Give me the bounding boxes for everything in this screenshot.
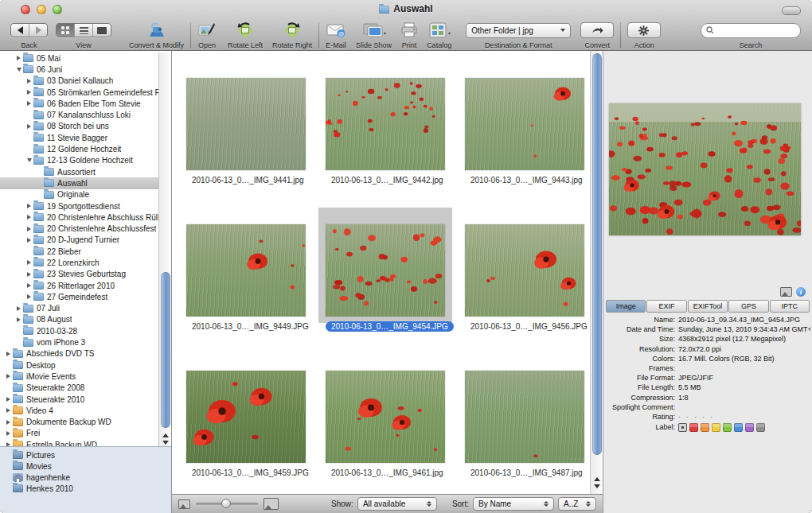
thumbnail-cell[interactable]: 2010-06-13_0…_IMG_9459.JPG xyxy=(186,371,306,495)
tree-item[interactable]: Desktop xyxy=(0,359,159,371)
tree-item[interactable]: iMovie Events xyxy=(0,371,159,382)
label-swatch[interactable] xyxy=(712,423,720,432)
toolbar-toggle-pill[interactable] xyxy=(782,6,801,15)
tree-item[interactable]: 22 Bieber xyxy=(0,246,159,257)
disclosure-closed-icon[interactable] xyxy=(25,238,33,243)
thumbnail-image[interactable] xyxy=(465,224,584,317)
tree-item[interactable]: Originale xyxy=(0,189,159,200)
thumbnail-filename[interactable]: 2010-06-13_0…_IMG_9449.JPG xyxy=(186,321,314,332)
tree-item[interactable]: 12-13 Goldene Hochzeit xyxy=(0,155,159,166)
disclosure-closed-icon[interactable] xyxy=(25,215,33,220)
email-item[interactable]: @ E-Mail xyxy=(326,21,346,49)
view-thumbnails-button[interactable] xyxy=(57,24,75,37)
rating-dots[interactable]: ····· xyxy=(678,412,810,422)
thumbnail-filename[interactable]: 2010-06-13_0…_IMG_9454.JPG xyxy=(326,321,454,332)
thumbnail-image[interactable] xyxy=(186,371,306,463)
tab-image[interactable]: Image xyxy=(606,300,646,313)
disclosure-closed-icon[interactable] xyxy=(4,408,13,413)
disclosure-closed-icon[interactable] xyxy=(14,306,23,311)
thumbnail-cell[interactable]: 2010-06-13_0…_IMG_9442.jpg xyxy=(326,78,445,224)
tree-item[interactable]: 05 Strömkarlen Gemeindefest Röderau xyxy=(0,87,159,98)
tab-exiftool[interactable]: EXIFTool xyxy=(688,300,728,313)
scroll-up-arrow[interactable] xyxy=(162,433,169,437)
zoom-in-thumbnail-icon[interactable] xyxy=(264,498,279,510)
thumbnail-filename[interactable]: 2010-06-13_0…_IMG_9487.jpg xyxy=(465,468,588,478)
search-field[interactable] xyxy=(701,23,801,38)
thumbnail-cell[interactable]: 2010-06-13_0…_IMG_9441.jpg xyxy=(186,78,306,224)
convert-modify-item[interactable]: Convert & Modify xyxy=(129,21,184,49)
disclosure-closed-icon[interactable] xyxy=(4,397,13,402)
tree-item[interactable]: 08 August xyxy=(0,314,159,325)
sort-order-popup[interactable]: A..Z xyxy=(558,497,596,511)
thumbnail-image[interactable] xyxy=(465,78,584,170)
tree-item[interactable]: Auswahl xyxy=(0,177,159,188)
tree-item[interactable]: 06 Baden Elbe Tom Stevie xyxy=(0,98,159,109)
tree-item[interactable]: Pictures xyxy=(0,449,171,461)
print-item[interactable]: Print xyxy=(400,21,419,49)
sort-popup[interactable]: By Name xyxy=(473,497,554,511)
thumbnail-cell[interactable]: 2010-06-13_0…_IMG_9454.JPG xyxy=(326,224,445,371)
thumbnail-filename[interactable]: 2010-06-13_0…_IMG_9459.JPG xyxy=(186,468,314,478)
disclosure-open-icon[interactable] xyxy=(25,158,33,162)
view-preview-button[interactable] xyxy=(93,24,111,37)
tab-iptc[interactable]: IPTC xyxy=(770,300,810,313)
tree-item[interactable]: 11 Stevie Bagger xyxy=(0,132,159,143)
tree-item[interactable]: 07 Kanalanschluss Loki xyxy=(0,109,159,120)
tree-item[interactable]: Video 4 xyxy=(0,405,159,416)
thumbnail-filename[interactable]: 2010-06-13_0…_IMG_9441.jpg xyxy=(186,175,310,185)
thumbnail-filename[interactable]: 2010-06-13_0…_IMG_9461.jpg xyxy=(326,468,449,478)
forward-button[interactable] xyxy=(29,24,47,37)
disclosure-closed-icon[interactable] xyxy=(4,374,13,379)
thumbnail-image[interactable] xyxy=(186,224,306,317)
view-list-button[interactable] xyxy=(75,24,93,37)
scroll-up-arrow[interactable] xyxy=(594,477,600,481)
tree-item[interactable]: Henkes 2010 xyxy=(0,483,171,494)
label-swatch[interactable] xyxy=(723,423,732,432)
disclosure-closed-icon[interactable] xyxy=(25,90,33,95)
thumbnail-image[interactable] xyxy=(326,371,445,463)
label-swatch[interactable] xyxy=(756,423,765,432)
disclosure-closed-icon[interactable] xyxy=(25,204,33,208)
tree-item[interactable]: Steuerakte 2010 xyxy=(0,394,159,405)
slideshow-item[interactable]: Slide Show xyxy=(356,21,392,49)
tab-gps[interactable]: GPS xyxy=(728,300,768,313)
disclosure-closed-icon[interactable] xyxy=(25,101,33,106)
tree-item[interactable]: 26 Ritterlager 2010 xyxy=(0,280,159,291)
slider-knob[interactable] xyxy=(221,499,231,508)
titlebar[interactable]: Auswahl xyxy=(0,0,812,19)
label-swatch[interactable] xyxy=(701,423,709,432)
thumbnail-cell[interactable]: 2010-06-13_0…_IMG_9487.jpg xyxy=(465,371,584,495)
disclosure-closed-icon[interactable] xyxy=(14,56,23,60)
disclosure-closed-icon[interactable] xyxy=(25,272,33,277)
scroll-down-arrow[interactable] xyxy=(162,441,169,445)
sidebar-scrollbar-thumb[interactable] xyxy=(161,272,170,428)
thumbnail-image[interactable] xyxy=(186,78,306,170)
thumbnail-image[interactable] xyxy=(465,371,584,463)
tree-item[interactable]: 27 Gemeindefest xyxy=(0,291,159,302)
tree-item[interactable]: 20 D-Jugend Turnier xyxy=(0,235,159,246)
tree-item[interactable]: 20 Christenlehre Abschlussfest xyxy=(0,223,159,234)
scroll-down-arrow[interactable] xyxy=(594,484,600,488)
tree-item[interactable]: 05 Mai xyxy=(0,52,159,64)
disclosure-closed-icon[interactable] xyxy=(25,124,33,129)
thumbnail-image[interactable] xyxy=(326,78,445,170)
disclosure-closed-icon[interactable] xyxy=(25,294,33,299)
tree-item[interactable]: Abschieds DVD TS xyxy=(0,348,159,359)
tree-item[interactable]: Dokumente Backup WD xyxy=(0,417,159,428)
preview-toggle-icon[interactable] xyxy=(780,287,792,297)
open-item[interactable]: Open xyxy=(197,21,217,49)
destination-format-popup[interactable]: Other Folder | jpg xyxy=(466,23,571,38)
tree-item[interactable]: 08 Storch bei uns xyxy=(0,121,159,132)
label-swatch[interactable] xyxy=(734,423,743,432)
info-icon[interactable]: i xyxy=(796,287,806,297)
disclosure-closed-icon[interactable] xyxy=(4,420,13,425)
tree-item[interactable]: 2010-03-28 xyxy=(0,325,159,336)
thumbnail-image[interactable] xyxy=(326,224,445,317)
action-button[interactable] xyxy=(627,22,661,38)
browser-scrollbar-thumb[interactable] xyxy=(592,53,602,455)
tree-item[interactable]: Aussortiert xyxy=(0,166,159,177)
tree-item[interactable]: Steuerakte 2008 xyxy=(0,383,159,394)
tree-item[interactable]: 20 Christenlehre Abschluss Rülke xyxy=(0,212,159,223)
tree-item[interactable]: Frei xyxy=(0,428,159,439)
rotate-right-item[interactable]: Rotate Right xyxy=(272,21,312,49)
